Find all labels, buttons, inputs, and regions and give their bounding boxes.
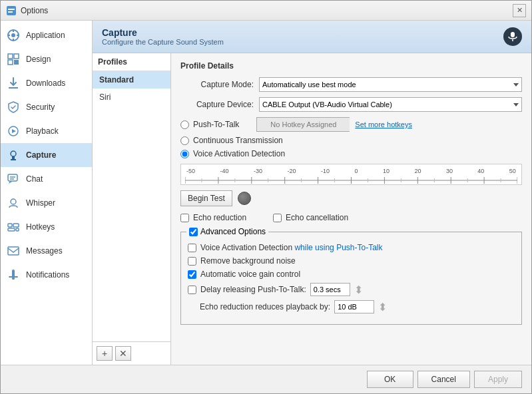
sidebar-item-capture[interactable]: Capture — [1, 143, 92, 167]
echo-db-spinner[interactable]: ⬍ — [378, 301, 387, 313]
capture-header: Capture Configure the Capture Sound Syst… — [93, 21, 531, 53]
push-to-talk-label: Push-To-Talk — [193, 120, 239, 129]
microphone-icon — [507, 31, 518, 42]
sidebar-item-downloads[interactable]: Downloads — [1, 71, 92, 95]
push-to-talk-row: Push-To-Talk No Hotkey Assigned Set more… — [180, 117, 522, 132]
close-button[interactable]: ✕ — [513, 4, 526, 17]
begin-test-button[interactable]: Begin Test — [180, 190, 232, 206]
sidebar-item-application[interactable]: Application — [1, 23, 92, 47]
vad-ptt-checkbox[interactable] — [188, 244, 196, 252]
begin-test-area: Begin Test — [180, 190, 522, 206]
profiles-panel: Profiles Standard Siri + ✕ — [93, 53, 171, 365]
capture-header-text: Capture Configure the Capture Sound Syst… — [102, 27, 224, 46]
window-title: Options — [21, 6, 48, 15]
echo-db-input[interactable] — [334, 300, 374, 313]
ok-button[interactable]: OK — [367, 371, 413, 388]
continuous-transmission-radio[interactable] — [180, 136, 189, 145]
sidebar-item-messages[interactable]: Messages — [1, 239, 92, 263]
sidebar-label-whisper: Whisper — [26, 198, 55, 208]
sidebar: Application Design — [1, 21, 93, 365]
svg-rect-11 — [8, 60, 13, 65]
playback-icon — [6, 124, 21, 138]
sidebar-label-downloads: Downloads — [26, 79, 65, 88]
delay-spinner[interactable]: ⬍ — [354, 284, 363, 296]
vad-slider-container[interactable]: -50 -40 -30 -20 -10 0 10 20 30 40 50 — [180, 164, 522, 185]
svg-rect-17 — [11, 159, 16, 160]
delay-ptt-checkbox[interactable] — [188, 286, 196, 294]
sidebar-item-whisper[interactable]: Whisper — [1, 191, 92, 215]
svg-rect-12 — [14, 60, 19, 65]
capture-mode-row: Capture Mode: Automatically use best mod… — [180, 77, 522, 92]
push-to-talk-radio[interactable] — [180, 120, 189, 129]
sidebar-label-capture: Capture — [26, 150, 56, 160]
main-content: Application Design — [1, 21, 531, 365]
capture-header-icon — [503, 27, 522, 46]
sidebar-item-security[interactable]: Security — [1, 95, 92, 119]
capture-icon — [6, 148, 21, 162]
sidebar-item-chat[interactable]: Chat — [1, 167, 92, 191]
svg-rect-22 — [8, 224, 12, 227]
continuous-transmission-row: Continuous Transmission — [180, 136, 522, 145]
sidebar-item-playback[interactable]: Playback — [1, 119, 92, 143]
echo-cancellation-checkbox[interactable] — [273, 214, 282, 222]
svg-point-4 — [11, 33, 15, 37]
security-icon — [6, 100, 21, 114]
cancel-button[interactable]: Cancel — [417, 371, 470, 388]
sidebar-label-security: Security — [26, 102, 55, 112]
vad-row: Voice Activation Detection — [180, 149, 522, 158]
echo-playback-label: Echo reduction reduces playback by: — [188, 302, 330, 311]
sidebar-item-hotkeys[interactable]: Hotkeys — [1, 215, 92, 239]
profile-item-standard[interactable]: Standard — [93, 71, 170, 89]
echo-reduction-row: Echo reduction — [180, 213, 246, 222]
profiles-header: Profiles — [93, 53, 170, 71]
notifications-icon — [6, 268, 21, 282]
remove-profile-button[interactable]: ✕ — [115, 346, 131, 361]
whisper-icon — [6, 196, 21, 210]
slider-numbers: -50 -40 -30 -20 -10 0 10 20 30 40 50 — [185, 168, 517, 174]
title-bar-left: Options — [6, 5, 48, 16]
slider-track: -50 -40 -30 -20 -10 0 10 20 30 40 50 — [185, 168, 517, 181]
window-icon — [6, 5, 17, 16]
apply-button[interactable]: Apply — [474, 371, 522, 388]
sidebar-label-application: Application — [26, 31, 65, 40]
capture-mode-select[interactable]: Automatically use best mode — [259, 77, 522, 92]
sidebar-label-design: Design — [26, 55, 51, 64]
echo-checkboxes-row: Echo reduction Echo cancellation — [180, 213, 522, 226]
add-profile-button[interactable]: + — [97, 346, 113, 361]
sidebar-label-hotkeys: Hotkeys — [26, 222, 55, 232]
messages-icon — [6, 244, 21, 258]
capture-device-select[interactable]: CABLE Output (VB-Audio Virtual Cable) — [259, 97, 522, 112]
hotkey-section: No Hotkey Assigned Set more hotkeys — [256, 117, 412, 132]
no-hotkey-display: No Hotkey Assigned — [256, 117, 350, 132]
svg-rect-9 — [8, 54, 13, 59]
sidebar-item-design[interactable]: Design — [1, 47, 92, 71]
echo-cancellation-row: Echo cancellation — [273, 213, 348, 222]
echo-reduction-checkbox[interactable] — [180, 214, 189, 222]
svg-rect-29 — [9, 276, 18, 278]
auto-gain-checkbox[interactable] — [188, 270, 196, 279]
sidebar-label-chat: Chat — [26, 174, 43, 184]
remove-bg-checkbox[interactable] — [188, 257, 196, 266]
capture-mode-label: Capture Mode: — [180, 80, 254, 89]
sidebar-label-notifications: Notifications — [26, 270, 69, 280]
svg-rect-23 — [13, 224, 19, 227]
vad-ptt-label: Voice Activation Detection while using P… — [200, 243, 383, 252]
options-window: Options ✕ Application — [0, 0, 532, 394]
svg-rect-0 — [7, 6, 16, 15]
auto-gain-row: Automatic voice gain control — [188, 270, 515, 279]
svg-rect-25 — [16, 228, 19, 231]
advanced-options-checkbox[interactable] — [189, 228, 198, 236]
sidebar-item-notifications[interactable]: Notifications — [1, 263, 92, 287]
echo-cancellation-label: Echo cancellation — [286, 213, 348, 222]
vad-radio[interactable] — [180, 150, 189, 158]
sidebar-label-playback: Playback — [26, 126, 59, 136]
remove-bg-row: Remove background noise — [188, 256, 515, 266]
design-icon — [6, 52, 21, 67]
svg-rect-2 — [8, 11, 13, 13]
delay-value-input[interactable] — [310, 283, 350, 296]
sidebar-label-messages: Messages — [26, 246, 63, 256]
indicator-dot — [238, 192, 251, 205]
profile-item-siri[interactable]: Siri — [93, 89, 170, 106]
set-more-hotkeys-link[interactable]: Set more hotkeys — [355, 120, 412, 128]
svg-rect-16 — [12, 156, 15, 159]
